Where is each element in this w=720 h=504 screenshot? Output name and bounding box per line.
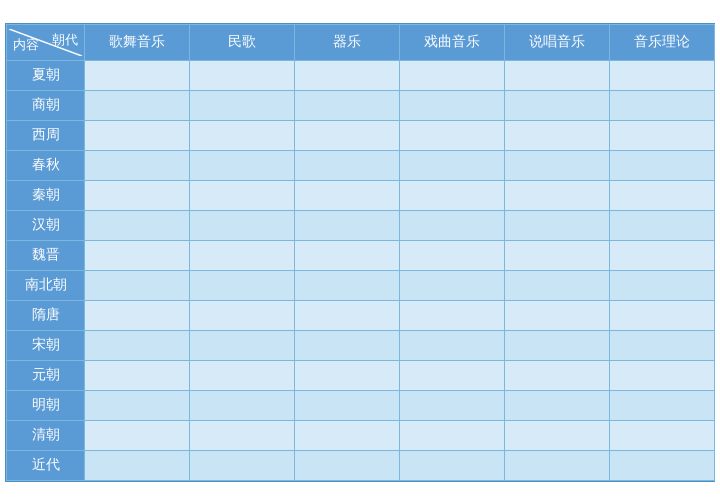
cell-13-5[interactable] bbox=[610, 450, 715, 480]
cell-10-0[interactable] bbox=[85, 360, 190, 390]
cell-11-0[interactable] bbox=[85, 390, 190, 420]
cell-10-3[interactable] bbox=[400, 360, 505, 390]
cell-3-2[interactable] bbox=[295, 150, 400, 180]
cell-2-5[interactable] bbox=[610, 120, 715, 150]
cell-6-1[interactable] bbox=[190, 240, 295, 270]
cell-11-3[interactable] bbox=[400, 390, 505, 420]
cell-3-0[interactable] bbox=[85, 150, 190, 180]
cell-10-1[interactable] bbox=[190, 360, 295, 390]
cell-1-2[interactable] bbox=[295, 90, 400, 120]
cell-9-1[interactable] bbox=[190, 330, 295, 360]
cell-5-0[interactable] bbox=[85, 210, 190, 240]
cell-3-3[interactable] bbox=[400, 150, 505, 180]
cell-5-3[interactable] bbox=[400, 210, 505, 240]
cell-13-2[interactable] bbox=[295, 450, 400, 480]
cell-1-0[interactable] bbox=[85, 90, 190, 120]
cell-9-0[interactable] bbox=[85, 330, 190, 360]
cell-6-4[interactable] bbox=[505, 240, 610, 270]
cell-4-1[interactable] bbox=[190, 180, 295, 210]
cell-12-1[interactable] bbox=[190, 420, 295, 450]
cell-11-2[interactable] bbox=[295, 390, 400, 420]
cell-12-3[interactable] bbox=[400, 420, 505, 450]
table-row: 宋朝 bbox=[7, 330, 715, 360]
table-row: 元朝 bbox=[7, 360, 715, 390]
cell-7-2[interactable] bbox=[295, 270, 400, 300]
cell-9-2[interactable] bbox=[295, 330, 400, 360]
cell-13-0[interactable] bbox=[85, 450, 190, 480]
cell-4-5[interactable] bbox=[610, 180, 715, 210]
cell-13-3[interactable] bbox=[400, 450, 505, 480]
cell-12-0[interactable] bbox=[85, 420, 190, 450]
cell-9-3[interactable] bbox=[400, 330, 505, 360]
cell-8-0[interactable] bbox=[85, 300, 190, 330]
table-row: 明朝 bbox=[7, 390, 715, 420]
row-header-0: 夏朝 bbox=[7, 60, 85, 90]
cell-13-4[interactable] bbox=[505, 450, 610, 480]
cell-4-3[interactable] bbox=[400, 180, 505, 210]
cell-7-5[interactable] bbox=[610, 270, 715, 300]
cell-2-0[interactable] bbox=[85, 120, 190, 150]
cell-5-4[interactable] bbox=[505, 210, 610, 240]
cell-9-5[interactable] bbox=[610, 330, 715, 360]
cell-7-1[interactable] bbox=[190, 270, 295, 300]
row-header-8: 隋唐 bbox=[7, 300, 85, 330]
row-header-10: 元朝 bbox=[7, 360, 85, 390]
cell-0-4[interactable] bbox=[505, 60, 610, 90]
cell-12-2[interactable] bbox=[295, 420, 400, 450]
cell-7-4[interactable] bbox=[505, 270, 610, 300]
cell-10-2[interactable] bbox=[295, 360, 400, 390]
row-header-12: 清朝 bbox=[7, 420, 85, 450]
row-header-9: 宋朝 bbox=[7, 330, 85, 360]
cell-8-5[interactable] bbox=[610, 300, 715, 330]
cell-6-0[interactable] bbox=[85, 240, 190, 270]
cell-4-0[interactable] bbox=[85, 180, 190, 210]
table-body: 夏朝商朝西周春秋秦朝汉朝魏晋南北朝隋唐宋朝元朝明朝清朝近代 bbox=[7, 60, 715, 480]
corner-dynasty-label: 朝代 bbox=[52, 31, 78, 49]
cell-2-3[interactable] bbox=[400, 120, 505, 150]
cell-10-4[interactable] bbox=[505, 360, 610, 390]
cell-0-2[interactable] bbox=[295, 60, 400, 90]
cell-0-1[interactable] bbox=[190, 60, 295, 90]
cell-7-0[interactable] bbox=[85, 270, 190, 300]
cell-12-4[interactable] bbox=[505, 420, 610, 450]
cell-2-2[interactable] bbox=[295, 120, 400, 150]
cell-1-5[interactable] bbox=[610, 90, 715, 120]
cell-9-4[interactable] bbox=[505, 330, 610, 360]
row-header-13: 近代 bbox=[7, 450, 85, 480]
cell-0-0[interactable] bbox=[85, 60, 190, 90]
cell-6-3[interactable] bbox=[400, 240, 505, 270]
cell-11-5[interactable] bbox=[610, 390, 715, 420]
cell-8-4[interactable] bbox=[505, 300, 610, 330]
cell-6-5[interactable] bbox=[610, 240, 715, 270]
cell-3-4[interactable] bbox=[505, 150, 610, 180]
cell-5-2[interactable] bbox=[295, 210, 400, 240]
cell-6-2[interactable] bbox=[295, 240, 400, 270]
cell-0-3[interactable] bbox=[400, 60, 505, 90]
cell-7-3[interactable] bbox=[400, 270, 505, 300]
cell-8-2[interactable] bbox=[295, 300, 400, 330]
cell-11-4[interactable] bbox=[505, 390, 610, 420]
cell-13-1[interactable] bbox=[190, 450, 295, 480]
cell-1-3[interactable] bbox=[400, 90, 505, 120]
cell-3-5[interactable] bbox=[610, 150, 715, 180]
cell-2-4[interactable] bbox=[505, 120, 610, 150]
cell-3-1[interactable] bbox=[190, 150, 295, 180]
table-row: 商朝 bbox=[7, 90, 715, 120]
cell-10-5[interactable] bbox=[610, 360, 715, 390]
cell-11-1[interactable] bbox=[190, 390, 295, 420]
cell-8-1[interactable] bbox=[190, 300, 295, 330]
corner-content-label: 内容 bbox=[13, 36, 39, 54]
table-row: 夏朝 bbox=[7, 60, 715, 90]
cell-4-2[interactable] bbox=[295, 180, 400, 210]
cell-5-5[interactable] bbox=[610, 210, 715, 240]
cell-1-1[interactable] bbox=[190, 90, 295, 120]
cell-2-1[interactable] bbox=[190, 120, 295, 150]
cell-4-4[interactable] bbox=[505, 180, 610, 210]
cell-5-1[interactable] bbox=[190, 210, 295, 240]
cell-8-3[interactable] bbox=[400, 300, 505, 330]
cell-12-5[interactable] bbox=[610, 420, 715, 450]
row-header-3: 春秋 bbox=[7, 150, 85, 180]
cell-0-5[interactable] bbox=[610, 60, 715, 90]
cell-1-4[interactable] bbox=[505, 90, 610, 120]
table-row: 近代 bbox=[7, 450, 715, 480]
